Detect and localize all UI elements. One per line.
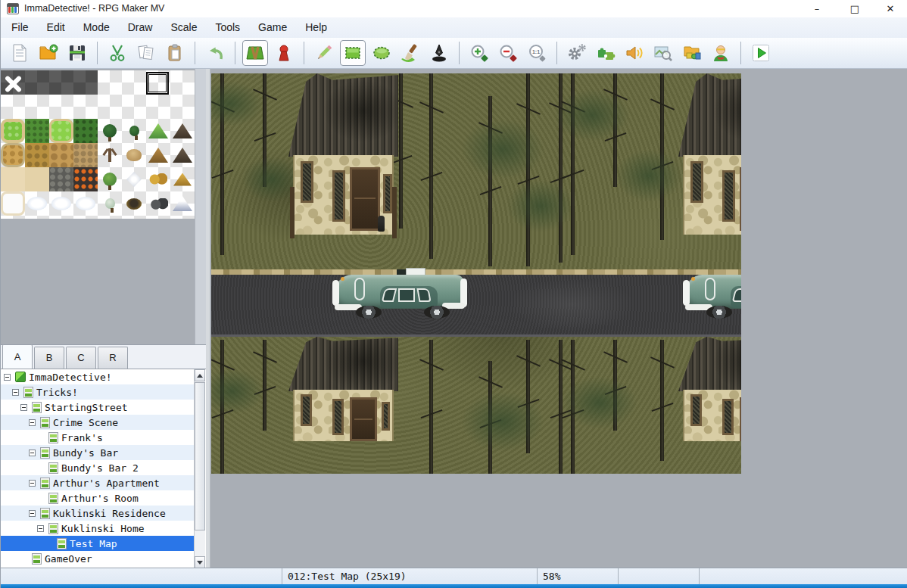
tree-item-project[interactable]: ImmaDetective!: [1, 369, 194, 384]
tileset-palette[interactable]: [1, 69, 195, 344]
scrollbar-thumb[interactable]: [195, 382, 205, 530]
palette-scrollbar[interactable]: [195, 69, 206, 344]
tile-gray-rocks[interactable]: [146, 191, 170, 216]
menu-game[interactable]: Game: [249, 17, 296, 38]
plugin-manager-button[interactable]: [593, 40, 619, 66]
menu-tools[interactable]: Tools: [206, 17, 249, 38]
tree-item-kuklinski-home[interactable]: Kuklinski Home: [1, 521, 194, 536]
tile-leafy-tree[interactable]: [98, 167, 122, 191]
panel-splitter[interactable]: [206, 69, 210, 568]
tile-pale-sand-2[interactable]: [25, 167, 49, 191]
tile-dirt-4[interactable]: [73, 143, 98, 167]
tab-a[interactable]: A: [2, 344, 33, 369]
tree-item-arthurs-room[interactable]: Arthur's Room: [1, 490, 194, 506]
collapse-icon[interactable]: [29, 419, 36, 426]
tile-green-mountain[interactable]: [146, 119, 170, 143]
tile-dark-mountain[interactable]: [170, 143, 195, 167]
tile-dark-gold-mound[interactable]: [122, 191, 146, 216]
paste-button[interactable]: [162, 40, 188, 66]
map-canvas[interactable]: [211, 73, 741, 474]
maximize-button[interactable]: □: [837, 0, 872, 17]
scroll-up-icon[interactable]: [195, 369, 205, 381]
tile-dirt-2[interactable]: [25, 143, 49, 167]
pencil-tool-button[interactable]: [311, 40, 337, 66]
erase-tile[interactable]: [1, 70, 25, 95]
menu-draw[interactable]: Draw: [119, 17, 162, 38]
tile-sand-mound[interactable]: [122, 143, 146, 167]
tree-scrollbar[interactable]: [194, 369, 205, 568]
flood-fill-tool-button[interactable]: [397, 40, 423, 66]
tab-c[interactable]: C: [66, 347, 96, 369]
sound-test-button[interactable]: [622, 40, 647, 66]
tile-small-tree[interactable]: [122, 119, 146, 143]
menu-edit[interactable]: Edit: [38, 17, 74, 38]
tile-white-sparkle[interactable]: [122, 167, 146, 191]
tile-pale-tree[interactable]: [98, 191, 122, 216]
tree-item-kuklinski-residence[interactable]: Kuklinski Residence: [1, 506, 194, 521]
tile-grass-light[interactable]: [1, 119, 25, 143]
tree-item-franks[interactable]: Frank's: [1, 430, 194, 445]
tile-grass-bright[interactable]: [49, 119, 73, 143]
tile-rock-mountain[interactable]: [170, 119, 195, 143]
tile-snow-lump-1[interactable]: [25, 191, 49, 216]
menu-mode[interactable]: Mode: [74, 17, 119, 38]
collapse-icon[interactable]: [37, 525, 44, 532]
tree-item-gameover[interactable]: GameOver: [1, 551, 194, 566]
tile-grass-deep[interactable]: [73, 119, 98, 143]
copy-button[interactable]: [133, 40, 159, 66]
tab-r[interactable]: R: [98, 347, 128, 369]
tree-item-crime-scene[interactable]: Crime Scene: [1, 415, 194, 430]
tile-gold-rocks[interactable]: [146, 167, 170, 191]
rectangle-tool-button[interactable]: [340, 40, 366, 66]
tile-pale-sand-1[interactable]: [1, 167, 25, 191]
tab-b[interactable]: B: [34, 347, 64, 369]
ellipse-tool-button[interactable]: [369, 40, 394, 66]
resource-manager-button[interactable]: [679, 40, 705, 66]
database-button[interactable]: [564, 40, 590, 66]
undo-button[interactable]: [202, 40, 228, 66]
tile-grass-dark[interactable]: [25, 119, 49, 143]
tree-item-bundys-bar[interactable]: Bundy's Bar: [1, 445, 194, 460]
collapse-icon[interactable]: [29, 480, 36, 487]
playtest-button[interactable]: [748, 40, 774, 66]
tile-snow-mountain[interactable]: [170, 191, 195, 216]
new-project-button[interactable]: [7, 40, 33, 66]
tile-lava-rock[interactable]: [73, 167, 98, 191]
tree-item-test-map[interactable]: Test Map: [1, 536, 194, 551]
close-button[interactable]: ✕: [873, 0, 907, 17]
tree-item-bundys-bar-2[interactable]: Bundy's Bar 2: [1, 460, 194, 475]
minimize-button[interactable]: –: [799, 0, 834, 17]
collapse-icon[interactable]: [4, 374, 11, 381]
event-edit-mode-button[interactable]: [271, 40, 297, 66]
zoom-out-button[interactable]: [495, 40, 521, 66]
tile-white[interactable]: [1, 191, 25, 216]
scroll-down-icon[interactable]: [195, 556, 205, 568]
menu-help[interactable]: Help: [296, 17, 336, 38]
character-generator-button[interactable]: [708, 40, 734, 66]
collapse-icon[interactable]: [12, 389, 19, 396]
tile-dirt-3[interactable]: [49, 143, 73, 167]
tile-gold-pile[interactable]: [170, 167, 195, 191]
collapse-icon[interactable]: [29, 510, 36, 517]
cut-button[interactable]: [104, 40, 130, 66]
tile-tree[interactable]: [98, 119, 122, 143]
tile-gravel[interactable]: [49, 167, 73, 191]
actual-scale-button[interactable]: 1:1: [524, 40, 550, 66]
collapse-icon[interactable]: [29, 450, 36, 456]
tile-snow-lump-3[interactable]: [73, 191, 98, 216]
map-edit-mode-button[interactable]: [242, 40, 268, 66]
tree-item-tricks[interactable]: Tricks!: [1, 384, 194, 400]
tree-item-startingstreet[interactable]: StartingStreet: [1, 400, 194, 415]
tile-dead-tree[interactable]: [98, 143, 122, 167]
open-project-button[interactable]: [36, 40, 61, 66]
menu-file[interactable]: File: [2, 17, 38, 38]
zoom-in-button[interactable]: [466, 40, 492, 66]
tile-snow-lump-2[interactable]: [49, 191, 73, 216]
tree-item-arthurs-apartment[interactable]: Arthur's Apartment: [1, 475, 194, 490]
tile-dirt-1[interactable]: [1, 143, 25, 167]
tile-dirt-mountain[interactable]: [146, 143, 170, 167]
save-project-button[interactable]: [64, 40, 90, 66]
menu-scale[interactable]: Scale: [161, 17, 206, 38]
shadow-pen-tool-button[interactable]: [426, 40, 452, 66]
event-searcher-button[interactable]: [650, 40, 676, 66]
